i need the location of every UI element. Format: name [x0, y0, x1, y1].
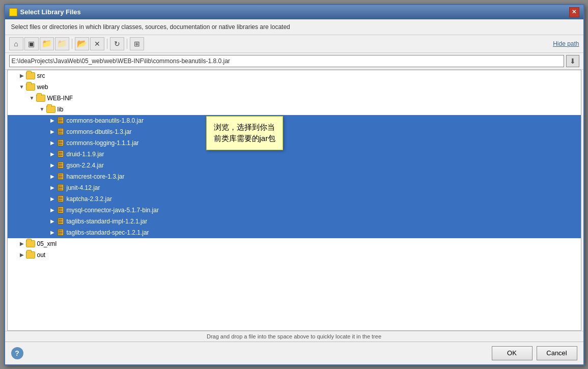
chevron-right-icon-taglibs-impl: ▶: [48, 217, 57, 225]
tree-item-web[interactable]: ▼ web: [8, 81, 581, 93]
tree-item-gson[interactable]: ▶ gson-2.2.4.jar: [8, 160, 581, 171]
tree-item-druid[interactable]: ▶ druid-1.1.9.jar: [8, 149, 581, 160]
desktop-icon: ▣: [28, 40, 35, 48]
path-browse-button[interactable]: ⬇: [566, 55, 579, 67]
tree-label-05xml: 05_xml: [37, 240, 57, 247]
chevron-right-icon-hamcrest: ▶: [48, 173, 57, 181]
chevron-right-icon: ▶: [18, 72, 26, 80]
toolbar-separator-1: [72, 39, 72, 49]
jar-icon-druid: [57, 150, 65, 158]
hide-path-link[interactable]: Hide path: [553, 40, 579, 47]
tree-item-commons-dbutils[interactable]: ▶ commons-dbutils-1.3.jar: [8, 126, 581, 137]
tree-label-web: web: [37, 83, 48, 91]
tree-item-05xml[interactable]: ▶ 05_xml: [8, 238, 581, 249]
tree-item-out[interactable]: ▶ out: [8, 249, 581, 261]
refresh-icon: ↻: [114, 40, 120, 48]
folder-icon-05xml: [26, 240, 35, 247]
tree-item-taglibs-spec[interactable]: ▶ taglibs-standard-spec-1.2.1.jar: [8, 227, 581, 238]
jar-icon-mysql: [57, 206, 65, 214]
chevron-right-icon-taglibs-spec: ▶: [48, 229, 57, 237]
home-icon: ⌂: [14, 40, 18, 48]
new-folder-icon: 📂: [77, 39, 87, 48]
tree-item-hamcrest[interactable]: ▶ hamcrest-core-1.3.jar: [8, 171, 581, 182]
folder-down-button[interactable]: 📁: [55, 37, 69, 50]
expand-icon: ⊞: [134, 40, 140, 48]
tree-label-kaptcha: kaptcha-2.3.2.jar: [67, 195, 112, 203]
tree-label-commons-dbutils: commons-dbutils-1.3.jar: [67, 128, 132, 135]
jar-icon-gson: [57, 161, 65, 169]
chevron-right-icon-out: ▶: [18, 251, 26, 259]
tooltip-box: 浏览，选择到你当 前类库需要的jar包: [206, 116, 284, 150]
chevron-down-icon-web: ▼: [18, 83, 26, 91]
refresh-button[interactable]: ↻: [110, 37, 124, 50]
tree-item-lib[interactable]: ▼ lib: [8, 104, 581, 115]
tree-item-taglibs-impl[interactable]: ▶ taglibs-standard-impl-1.2.1.jar: [8, 216, 581, 227]
ok-button[interactable]: OK: [492, 346, 533, 360]
close-button[interactable]: ✕: [569, 7, 579, 17]
folder-icon-webinf: [36, 95, 45, 102]
jar-icon-hamcrest: [57, 173, 65, 181]
tree-item-kaptcha[interactable]: ▶ kaptcha-2.3.2.jar: [8, 193, 581, 205]
title-bar-left: Select Library Files: [9, 8, 81, 16]
bottom-bar: ? OK Cancel: [5, 342, 583, 364]
cancel-button[interactable]: Cancel: [537, 346, 577, 360]
folder-icon-lib: [46, 106, 55, 113]
tree-item-commons-beanutils[interactable]: ▶ commons-beanutils-1.8.0.jar: [8, 115, 581, 126]
expand-button[interactable]: ⊞: [130, 37, 144, 50]
title-bar: Select Library Files ✕: [5, 5, 583, 19]
jar-icon-commons-logging: [57, 139, 65, 147]
chevron-right-icon-cl: ▶: [48, 139, 57, 147]
jar-icon-taglibs-spec: [57, 229, 65, 237]
chevron-right-icon-cb: ▶: [48, 117, 57, 125]
file-tree: 浏览，选择到你当 前类库需要的jar包 ▶ src ▼ web ▼ WEB-IN…: [7, 70, 581, 331]
tree-label-out: out: [37, 251, 46, 259]
path-bar: ⬇: [5, 53, 583, 70]
toolbar-separator-2: [107, 39, 107, 49]
chevron-right-icon-cd: ▶: [48, 128, 57, 136]
tree-label-mysql: mysql-connector-java-5.1.7-bin.jar: [67, 207, 159, 214]
folder-icon-out: [26, 251, 35, 259]
chevron-right-icon-junit: ▶: [48, 184, 57, 192]
chevron-right-icon-druid: ▶: [48, 150, 57, 158]
tooltip-line2: 前类库需要的jar包: [214, 134, 276, 143]
path-browse-icon: ⬇: [570, 57, 576, 65]
tree-item-src[interactable]: ▶ src: [8, 70, 581, 81]
select-library-dialog: Select Library Files ✕ Select files or d…: [4, 4, 584, 365]
jar-icon-commons-dbutils: [57, 128, 65, 136]
folder-up-button[interactable]: 📁: [40, 37, 54, 50]
tree-label-commons-logging: commons-logging-1.1.1.jar: [67, 139, 139, 147]
toolbar-separator-3: [127, 39, 127, 49]
chevron-down-icon-webinf: ▼: [28, 94, 36, 102]
description-text: Select files or directories in which lib…: [5, 19, 583, 35]
tree-label-webinf: WEB-INF: [47, 95, 73, 102]
tree-label-lib: lib: [58, 106, 64, 113]
tree-label-taglibs-spec: taglibs-standard-spec-1.2.1.jar: [67, 229, 149, 236]
jar-icon-commons-beanutils: [57, 117, 65, 125]
help-button[interactable]: ?: [11, 347, 23, 359]
tree-label-taglibs-impl: taglibs-standard-impl-1.2.1.jar: [67, 218, 148, 225]
delete-button[interactable]: ✕: [90, 37, 104, 50]
tree-label-gson: gson-2.2.4.jar: [67, 162, 104, 169]
folder-icon-web: [26, 83, 35, 91]
folder-down-icon: 📁: [57, 39, 67, 48]
chevron-down-icon-lib: ▼: [38, 105, 46, 113]
tooltip-line1: 浏览，选择到你当: [214, 123, 275, 131]
folder-icon-src: [26, 72, 35, 79]
tree-item-junit[interactable]: ▶ junit-4.12.jar: [8, 182, 581, 193]
tree-label-junit: junit-4.12.jar: [67, 184, 100, 191]
tree-item-mysql[interactable]: ▶ mysql-connector-java-5.1.7-bin.jar: [8, 205, 581, 216]
folder-up-icon: 📁: [42, 39, 52, 48]
chevron-right-icon-kaptcha: ▶: [48, 195, 57, 203]
chevron-right-icon-05xml: ▶: [18, 240, 26, 248]
tree-item-webinf[interactable]: ▼ WEB-INF: [8, 93, 581, 104]
jar-icon-kaptcha: [57, 195, 65, 203]
home-button[interactable]: ⌂: [9, 37, 23, 50]
tree-label-src: src: [37, 72, 45, 79]
desktop-button[interactable]: ▣: [24, 37, 39, 50]
jar-icon-taglibs-impl: [57, 217, 65, 225]
new-folder-button[interactable]: 📂: [75, 37, 89, 50]
bottom-buttons: OK Cancel: [492, 346, 577, 360]
jar-icon-junit: [57, 184, 65, 192]
path-input[interactable]: [9, 55, 564, 67]
tree-item-commons-logging[interactable]: ▶ commons-logging-1.1.1.jar: [8, 137, 581, 149]
